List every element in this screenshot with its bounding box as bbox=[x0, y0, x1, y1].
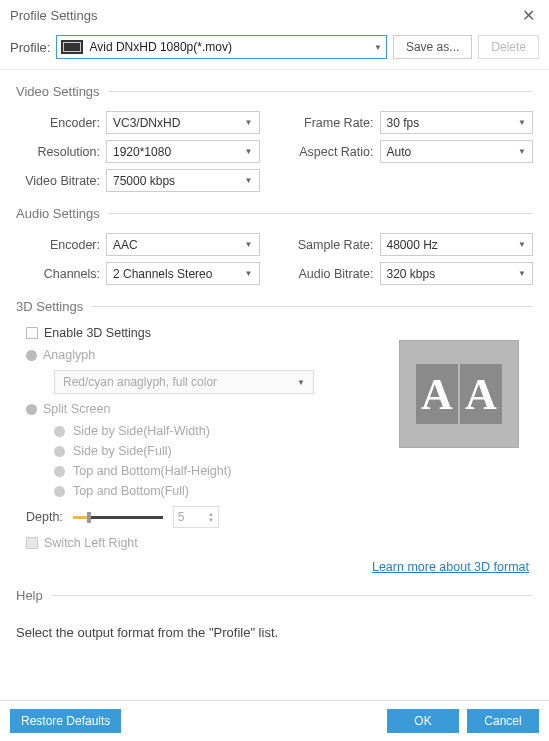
aspect-ratio-select[interactable]: Auto▼ bbox=[380, 140, 534, 163]
video-settings-title: Video Settings bbox=[16, 84, 100, 99]
resolution-select[interactable]: 1920*1080▼ bbox=[106, 140, 260, 163]
sbs-half-radio bbox=[54, 426, 65, 437]
help-title: Help bbox=[16, 588, 43, 603]
profile-select[interactable]: Avid DNxHD 1080p(*.mov) ▼ bbox=[56, 35, 386, 59]
sample-rate-label: Sample Rate: bbox=[290, 238, 374, 252]
frame-rate-select[interactable]: 30 fps▼ bbox=[380, 111, 534, 134]
profile-value: Avid DNxHD 1080p(*.mov) bbox=[89, 40, 374, 54]
cancel-button[interactable]: Cancel bbox=[467, 709, 539, 733]
stepper-down-icon: ▼ bbox=[208, 517, 214, 523]
resolution-label: Resolution: bbox=[16, 145, 100, 159]
learn-more-link[interactable]: Learn more about 3D format bbox=[372, 560, 529, 574]
audio-encoder-label: Encoder: bbox=[16, 238, 100, 252]
chevron-down-icon: ▼ bbox=[245, 147, 253, 156]
split-screen-radio bbox=[26, 404, 37, 415]
enable-3d-checkbox[interactable] bbox=[26, 327, 38, 339]
chevron-down-icon: ▼ bbox=[518, 269, 526, 278]
chevron-down-icon: ▼ bbox=[245, 118, 253, 127]
enable-3d-label: Enable 3D Settings bbox=[44, 326, 151, 340]
switch-lr-label: Switch Left Right bbox=[44, 536, 138, 550]
3d-preview: AA bbox=[399, 340, 519, 448]
chevron-down-icon: ▼ bbox=[518, 118, 526, 127]
depth-stepper: 5 ▲▼ bbox=[173, 506, 219, 528]
tb-full-radio bbox=[54, 486, 65, 497]
chevron-down-icon: ▼ bbox=[518, 147, 526, 156]
save-as-button[interactable]: Save as... bbox=[393, 35, 472, 59]
tb-half-radio bbox=[54, 466, 65, 477]
audio-bitrate-label: Audio Bitrate: bbox=[290, 267, 374, 281]
anaglyph-radio bbox=[26, 350, 37, 361]
chevron-down-icon: ▼ bbox=[297, 378, 305, 387]
frame-rate-label: Frame Rate: bbox=[290, 116, 374, 130]
sbs-full-radio bbox=[54, 446, 65, 457]
tb-full-label: Top and Bottom(Full) bbox=[73, 484, 189, 498]
channels-label: Channels: bbox=[16, 267, 100, 281]
restore-defaults-button[interactable]: Restore Defaults bbox=[10, 709, 121, 733]
video-encoder-select[interactable]: VC3/DNxHD▼ bbox=[106, 111, 260, 134]
audio-settings-title: Audio Settings bbox=[16, 206, 100, 221]
divider bbox=[108, 91, 533, 92]
sample-rate-select[interactable]: 48000 Hz▼ bbox=[380, 233, 534, 256]
chevron-down-icon: ▼ bbox=[245, 176, 253, 185]
help-text: Select the output format from the "Profi… bbox=[0, 615, 549, 650]
audio-bitrate-select[interactable]: 320 kbps▼ bbox=[380, 262, 534, 285]
profile-format-icon bbox=[61, 40, 83, 54]
video-bitrate-label: Video Bitrate: bbox=[16, 174, 100, 188]
divider bbox=[51, 595, 533, 596]
profile-label: Profile: bbox=[10, 40, 50, 55]
ok-button[interactable]: OK bbox=[387, 709, 459, 733]
3d-settings-title: 3D Settings bbox=[16, 299, 83, 314]
sbs-half-label: Side by Side(Half-Width) bbox=[73, 424, 210, 438]
audio-encoder-select[interactable]: AAC▼ bbox=[106, 233, 260, 256]
anaglyph-select: Red/cyan anaglyph, full color▼ bbox=[54, 370, 314, 394]
aspect-ratio-label: Aspect Ratio: bbox=[290, 145, 374, 159]
close-icon[interactable]: ✕ bbox=[518, 6, 539, 25]
chevron-down-icon: ▼ bbox=[245, 269, 253, 278]
chevron-down-icon: ▼ bbox=[245, 240, 253, 249]
video-encoder-label: Encoder: bbox=[16, 116, 100, 130]
divider bbox=[108, 213, 533, 214]
depth-slider bbox=[73, 516, 163, 519]
anaglyph-label: Anaglyph bbox=[43, 348, 95, 362]
switch-lr-checkbox bbox=[26, 537, 38, 549]
channels-select[interactable]: 2 Channels Stereo▼ bbox=[106, 262, 260, 285]
video-bitrate-select[interactable]: 75000 kbps▼ bbox=[106, 169, 260, 192]
window-title: Profile Settings bbox=[10, 8, 97, 23]
split-screen-label: Split Screen bbox=[43, 402, 110, 416]
divider bbox=[91, 306, 533, 307]
chevron-down-icon: ▼ bbox=[518, 240, 526, 249]
sbs-full-label: Side by Side(Full) bbox=[73, 444, 172, 458]
chevron-down-icon: ▼ bbox=[374, 43, 382, 52]
delete-button: Delete bbox=[478, 35, 539, 59]
depth-label: Depth: bbox=[26, 510, 63, 524]
tb-half-label: Top and Bottom(Half-Height) bbox=[73, 464, 231, 478]
